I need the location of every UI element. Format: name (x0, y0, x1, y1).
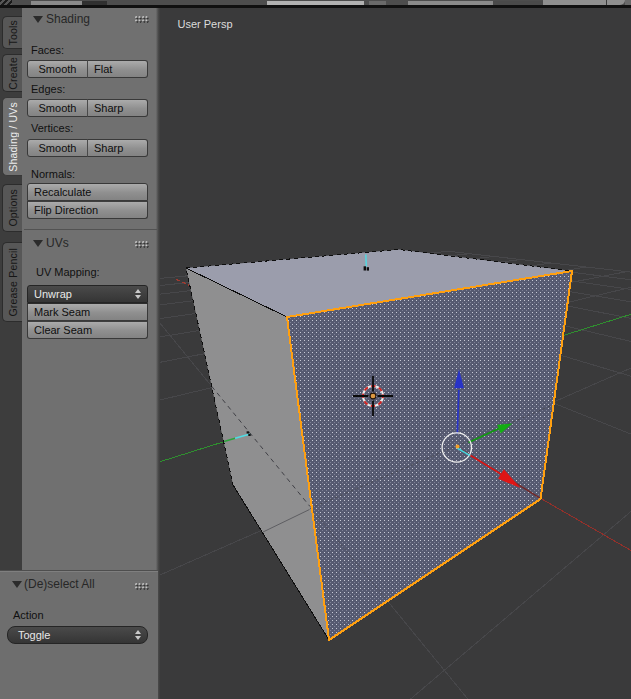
svg-text:User Persp: User Persp (178, 18, 233, 30)
